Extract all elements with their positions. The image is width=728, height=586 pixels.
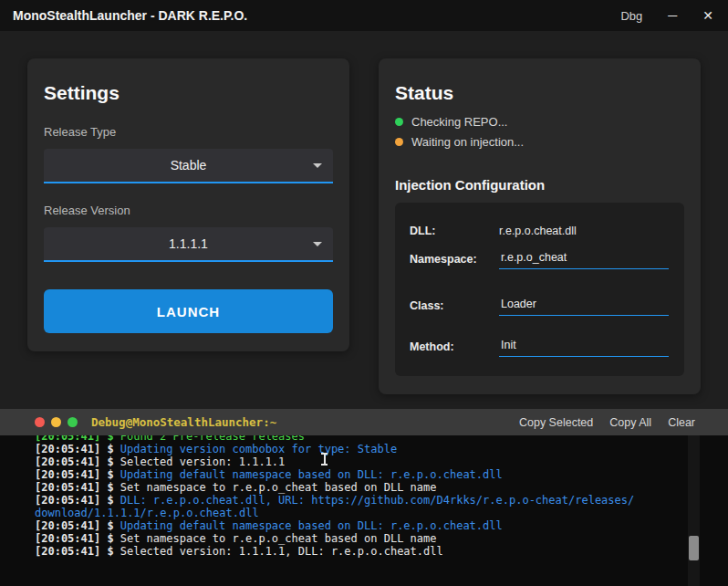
dll-value: r.e.p.o.cheat.dll [499,225,577,237]
console-line-prefix: [20:05:41] $ [35,545,114,558]
console-line: [20:05:41] $Set namespace to r.e.p.o_che… [35,532,701,545]
console-header: Debug@MonoStealthLauncher:~ Copy Selecte… [0,409,728,435]
console-actions: Copy Selected Copy All Clear [519,416,695,429]
console-title: Debug@MonoStealthLauncher:~ [91,415,276,429]
mouse-cursor-ibeam [321,453,328,466]
release-version-select[interactable]: 1.1.1.1 [44,227,333,262]
injection-config-card: DLL: r.e.p.o.cheat.dll Namespace: Class:… [395,203,684,376]
window-title: MonoStealthLauncher - DARK R.E.P.O. [13,8,247,23]
console-line-text: Set namespace to r.e.p.o_cheat based on … [120,532,437,545]
console-line: [20:05:41] $Set namespace to r.e.p.o_che… [35,481,701,494]
console-line: [20:05:41] $Selected version: 1.1.1.1 [35,455,701,468]
class-label: Class: [410,299,444,312]
launch-button[interactable]: LAUNCH [44,289,333,333]
status-ok-dot-icon [395,118,403,126]
console-line-prefix: [20:05:41] $ [35,435,114,443]
status-wait-dot-icon [395,138,403,146]
console-line-prefix: [20:05:41] $ [35,455,114,468]
traffic-light-red-icon [35,417,45,427]
dll-label: DLL: [410,225,435,237]
console-panel: Debug@MonoStealthLauncher:~ Copy Selecte… [0,409,728,586]
console-line-text: Updating default namespace based on DLL:… [120,519,503,532]
console-line-prefix: [20:05:41] $ [35,443,114,455]
method-input[interactable] [499,339,669,357]
console-scrollbar[interactable] [688,435,700,586]
window-controls: Dbg ─ ✕ [620,9,728,23]
status-card: Status Checking REPO... Waiting on injec… [379,58,701,394]
app-window: MonoStealthLauncher - DARK R.E.P.O. Dbg … [0,0,728,586]
chevron-down-icon [313,163,322,168]
release-version-label: Release Version [44,204,130,217]
status-item: Waiting on injection... [395,135,524,149]
console-line: [20:05:41] $Updating default namespace b… [35,468,701,481]
class-input[interactable] [499,298,669,316]
traffic-light-green-icon [68,417,78,427]
settings-heading: Settings [44,82,120,104]
console-line: [20:05:41] $Selected version: 1.1.1.1, D… [35,545,701,558]
dbg-button[interactable]: Dbg [620,9,642,23]
release-type-label: Release Type [44,125,116,139]
console-line-text: Found 2 Pre-release releases [120,435,305,443]
status-label: Checking REPO... [411,115,508,129]
window-titlebar: MonoStealthLauncher - DARK R.E.P.O. Dbg … [0,0,728,31]
console-scrollbar-thumb[interactable] [689,536,699,560]
console-line-prefix: [20:05:41] $ [35,519,114,532]
copy-all-button[interactable]: Copy All [609,416,651,429]
console-line: download/1.1.1.1/r.e.p.o.cheat.dll [35,507,701,519]
chevron-down-icon [313,242,322,246]
console-line-text: Updating version combobox for type: Stab… [120,443,397,455]
release-type-select[interactable]: Stable [44,149,333,183]
console-line: [20:05:41] $Updating default namespace b… [35,519,701,532]
copy-selected-button[interactable]: Copy Selected [519,416,593,429]
clear-button[interactable]: Clear [668,416,695,429]
console-line-prefix: [20:05:41] $ [35,468,114,481]
console-line: [20:05:41] $Found 2 Pre-release releases [35,435,701,443]
console-line-prefix: [20:05:41] $ [35,532,114,545]
method-label: Method: [410,340,454,353]
settings-card: Settings Release Type Stable Release Ver… [27,58,349,351]
console-line-text: Selected version: 1.1.1.1, DLL: r.e.p.o.… [120,545,443,558]
console-line-text: Selected version: 1.1.1.1 [120,455,286,468]
console-line-text: DLL: r.e.p.o.cheat.dll, URL: https://git… [120,494,635,507]
release-type-value: Stable [171,158,207,173]
console-line-text: download/1.1.1.1/r.e.p.o.cheat.dll [35,507,259,519]
namespace-input[interactable] [499,251,669,269]
status-label: Waiting on injection... [411,135,524,149]
minimize-button[interactable]: ─ [668,9,677,22]
traffic-light-yellow-icon [51,417,61,427]
console-line-text: Updating default namespace based on DLL:… [120,468,503,481]
console-line-prefix: [20:05:41] $ [35,494,114,507]
namespace-label: Namespace: [410,253,477,266]
console-log[interactable]: [20:05:41] $Found 2 Pre-release releases… [0,435,728,586]
console-line: [20:05:41] $Updating version combobox fo… [35,443,701,455]
console-line-prefix: [20:05:41] $ [35,481,114,494]
close-button[interactable]: ✕ [702,9,713,22]
status-heading: Status [395,82,453,104]
console-line-text: Set namespace to r.e.p.o_cheat based on … [120,481,437,494]
injection-config-heading: Injection Configuration [395,177,545,193]
status-item: Checking REPO... [395,115,508,129]
release-version-value: 1.1.1.1 [169,236,208,251]
console-line: [20:05:41] $DLL: r.e.p.o.cheat.dll, URL:… [35,494,701,507]
